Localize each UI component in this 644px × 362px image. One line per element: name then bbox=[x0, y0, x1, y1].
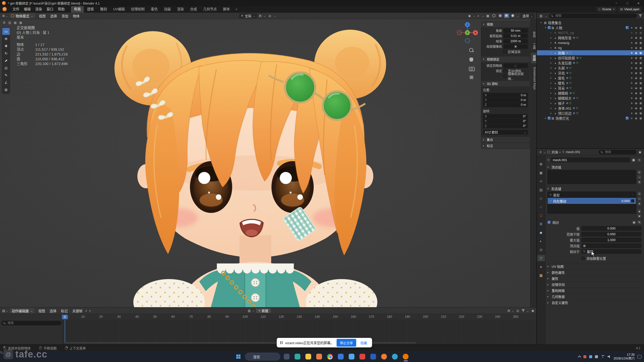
browse-action-icon[interactable]: ▤ bbox=[247, 309, 251, 312]
topbar-menu-item[interactable]: 窗口 bbox=[44, 7, 56, 12]
cursor-location-field[interactable]: Z0 m bbox=[483, 103, 528, 107]
hide-eye-icon[interactable]: ◉ bbox=[635, 107, 637, 110]
hide-eye-icon[interactable]: ◉ bbox=[635, 26, 637, 29]
sidebar-tab[interactable]: 条目 bbox=[531, 29, 536, 40]
render-camera-icon[interactable]: ▣ bbox=[639, 76, 642, 80]
unlink-button[interactable]: × bbox=[637, 158, 641, 162]
edit-mode-shape-key-button[interactable]: ✎ bbox=[637, 220, 641, 224]
editor-type-icon[interactable]: ≡ bbox=[539, 150, 542, 154]
disclosure-icon[interactable] bbox=[549, 52, 553, 54]
outliner-item-row[interactable]: 刘海 ➤◉▣ bbox=[537, 50, 644, 55]
disclosure-icon[interactable] bbox=[549, 41, 553, 44]
physics-tab[interactable]: ◐ bbox=[537, 238, 545, 244]
disclosure-icon[interactable] bbox=[549, 92, 553, 94]
fake-user-button[interactable]: ▣ bbox=[631, 158, 636, 162]
workspace-tab[interactable]: 布局 bbox=[71, 6, 84, 13]
channel-search-input[interactable] bbox=[1, 321, 61, 325]
selectable-icon[interactable]: ➤ bbox=[631, 92, 633, 95]
sidebar-tab[interactable]: Screencast Keys bbox=[531, 65, 536, 92]
outliner-item-row[interactable]: rig ➤◉▣ bbox=[537, 45, 644, 50]
taskbar-app-blender[interactable] bbox=[401, 352, 411, 361]
timeline-menu-item[interactable]: 标记 bbox=[59, 308, 70, 313]
show-only-shape-key-button[interactable]: ◉ bbox=[632, 220, 636, 224]
taskbar-app-docs[interactable] bbox=[358, 352, 367, 361]
outliner-item-row[interactable]: 蝴蝶结 ➤◉▣ bbox=[537, 90, 644, 96]
viewport-3d[interactable]: ▭⊕✚↻⬈◎✎∠⊞ 正交前视图 (0) 人物 | 刘海 : 留 1 厘米 物体 … bbox=[0, 19, 536, 307]
view-lock-panel-header[interactable]: 视图锁定 bbox=[481, 56, 530, 62]
hide-eye-icon[interactable]: ◉ bbox=[635, 46, 637, 50]
hide-share-bar-button[interactable]: 隐藏 bbox=[359, 339, 369, 346]
outliner-item-row[interactable]: 头部 ➤◉▣ bbox=[537, 65, 644, 70]
rotate-tool[interactable]: ↻ bbox=[2, 50, 10, 57]
selectable-icon[interactable]: ➤ bbox=[631, 46, 633, 50]
relative-checkbox[interactable] bbox=[547, 221, 551, 224]
particles-tab[interactable]: ◆ bbox=[537, 229, 545, 236]
tray-expand-icon[interactable] bbox=[578, 355, 581, 359]
start-button[interactable] bbox=[234, 352, 243, 361]
collapsed-section-header[interactable]: UV 贴图 bbox=[547, 263, 641, 269]
viewlayer-selector[interactable]: ▤ ViewLayer bbox=[618, 7, 641, 12]
data-tab[interactable]: ▽ bbox=[537, 255, 545, 261]
timeline-menu-item[interactable]: 选择 bbox=[47, 308, 59, 313]
dope-sheet-area[interactable] bbox=[0, 320, 536, 344]
object-tab[interactable]: □ bbox=[537, 212, 545, 218]
cursor-panel-header[interactable]: 3D 游标 bbox=[481, 81, 530, 86]
value-field[interactable]: 0.000 bbox=[581, 232, 641, 237]
move-shape-key-down-button[interactable]: ▼ bbox=[637, 214, 641, 218]
tool-settings-icon[interactable] bbox=[8, 20, 12, 25]
disclosure-icon[interactable] bbox=[549, 72, 553, 74]
render-camera-icon[interactable]: ▣ bbox=[639, 31, 642, 34]
selectable-icon[interactable]: ➤ bbox=[631, 66, 633, 70]
cursor-rotation-field[interactable]: X0° bbox=[483, 114, 528, 119]
scene-tab[interactable]: ◇ bbox=[537, 195, 545, 201]
tool-tab[interactable]: ⚙ bbox=[537, 161, 545, 167]
render-camera-icon[interactable]: ▣ bbox=[639, 86, 642, 90]
workspace-tab[interactable]: 动画 bbox=[161, 6, 174, 13]
taskbar-app-widgets[interactable] bbox=[282, 352, 292, 361]
sidebar-tab[interactable]: 视图 bbox=[531, 53, 536, 63]
hide-eye-icon[interactable]: ◉ bbox=[635, 36, 637, 39]
基型[interactable]: 基型 bbox=[548, 192, 636, 198]
chevron-down-icon[interactable] bbox=[512, 309, 514, 312]
selectable-icon[interactable]: ➤ bbox=[631, 112, 633, 115]
breadcrumb-data[interactable]: mesh.001 bbox=[566, 150, 580, 154]
timeline-menu-item[interactable]: 视图 bbox=[36, 308, 47, 313]
overlay-toggle-icon[interactable]: ◉ bbox=[531, 309, 535, 312]
hide-eye-icon[interactable]: ◉ bbox=[635, 86, 637, 90]
chevron-down-icon[interactable] bbox=[527, 309, 529, 312]
disclosure-icon[interactable] bbox=[549, 107, 553, 109]
render-region-checkbox[interactable] bbox=[503, 50, 507, 53]
outliner-item-row[interactable]: 睫毛 ➤◉▣ bbox=[537, 80, 644, 85]
outliner-item-row[interactable]: 眉毛 ➤◉▣ bbox=[537, 75, 644, 80]
disclosure-icon[interactable] bbox=[539, 21, 543, 24]
topbar-menu-item[interactable]: 帮助 bbox=[56, 7, 67, 12]
selectable-icon[interactable]: ➤ bbox=[631, 51, 633, 55]
disclosure-icon[interactable] bbox=[549, 62, 553, 64]
selectable-icon[interactable]: ➤ bbox=[631, 41, 633, 44]
disclosure-icon[interactable] bbox=[549, 97, 553, 99]
render-camera-icon[interactable]: ▣ bbox=[639, 97, 642, 100]
scene-selector[interactable]: ◇ Scene bbox=[596, 7, 617, 12]
chevron-down-icon[interactable] bbox=[263, 14, 266, 18]
selectable-icon[interactable]: ➤ bbox=[631, 61, 633, 65]
exclude-checkbox[interactable] bbox=[626, 26, 629, 29]
workspace-tab[interactable]: 脚本 bbox=[220, 6, 233, 13]
frame-prev-icon[interactable]: ◐ bbox=[85, 309, 88, 312]
sidebar-tab[interactable]: 工具 bbox=[531, 41, 536, 52]
clock[interactable]: 17:35 2026/1/24/周六 bbox=[614, 353, 635, 360]
render-camera-icon[interactable]: ▣ bbox=[639, 26, 642, 29]
shape-keys-list[interactable]: 基型 向左摆动 0.000 bbox=[547, 192, 636, 214]
tray-app-icon[interactable] bbox=[589, 355, 592, 358]
annotations-panel-header[interactable]: 标注 bbox=[481, 143, 530, 149]
shading-solid[interactable] bbox=[498, 14, 503, 18]
view-panel-header[interactable]: 视图 bbox=[481, 21, 530, 27]
chevron-down-icon[interactable] bbox=[274, 14, 276, 18]
outliner-item-row[interactable]: WGTS_rig ➤◉▣ bbox=[537, 30, 644, 35]
disclosure-icon[interactable] bbox=[549, 82, 553, 84]
selectable-icon[interactable]: ➤ bbox=[631, 81, 633, 85]
value-field[interactable]: 0.000 bbox=[581, 226, 641, 231]
local-camera-field[interactable]: ▣ bbox=[503, 44, 528, 49]
taskbar-search[interactable]: 搜索 bbox=[245, 353, 280, 360]
render-camera-icon[interactable]: ▣ bbox=[639, 102, 642, 105]
hide-eye-icon[interactable]: ◉ bbox=[635, 81, 637, 85]
